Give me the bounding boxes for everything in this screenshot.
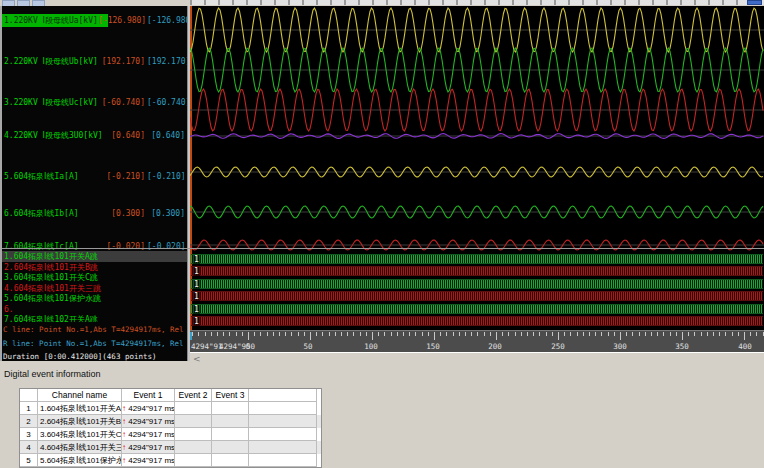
ruler-tick — [608, 332, 609, 336]
ruler-tick — [589, 332, 590, 336]
r-line-status: R line: Point No.=1,Abs T=4294917ms, Rel… — [3, 339, 187, 348]
table-header-event3: Event 3 — [212, 389, 249, 402]
event-table-row[interactable]: 22.604拓泉Ⅰ线101开关B跳↑ 4294"917 ms — [20, 415, 321, 428]
ruler-tick — [409, 332, 410, 336]
channel-value-c: [-126.980] — [98, 14, 145, 27]
ruler-tick — [353, 332, 354, 336]
ruler-tick — [521, 332, 522, 336]
ruler-tick — [397, 332, 398, 336]
ruler-tick — [341, 332, 342, 336]
filler-cell — [249, 415, 317, 428]
digital-state-flag: 1 — [193, 280, 200, 289]
time-ruler[interactable]: 4294"914294"950050100150200250300350400 — [190, 330, 764, 352]
digital-channel-row[interactable]: 5.604拓泉Ⅰ线101保护永跳 — [0, 293, 187, 304]
ruler-time-label: 250 — [551, 342, 565, 351]
event-channel-name: 2.604拓泉Ⅰ线101开关B跳 — [38, 415, 122, 428]
ruler-tick — [236, 332, 237, 336]
ruler-tick — [279, 332, 280, 336]
top-position-ruler[interactable] — [190, 0, 764, 5]
ruler-tick — [601, 332, 602, 336]
ruler-tick — [756, 332, 757, 336]
channel-value-r: [192.170] — [147, 55, 185, 68]
event1-cell: ↑ 4294"917 ms — [122, 402, 175, 415]
scroll-left-arrow[interactable]: < — [193, 354, 201, 364]
channel-value-c: [0.300] — [98, 207, 145, 220]
channel-value-c: [-60.740] — [98, 96, 145, 109]
digital-trace-bar: 1 — [191, 291, 763, 301]
ruler-tick — [502, 332, 503, 336]
waveform-canvas — [190, 6, 764, 252]
ruler-tick — [211, 332, 212, 336]
ruler-tick — [298, 332, 299, 336]
ruler-tick — [676, 332, 677, 336]
digital-trace-bar: 1 — [191, 266, 763, 276]
event2-cell — [175, 428, 212, 441]
event-table-row[interactable]: 55.604拓泉Ⅰ线101保护永跳↑ 4294"917 ms — [20, 454, 321, 467]
ruler-tick — [322, 332, 323, 336]
analog-channel-row[interactable]: 3.220KV Ⅰ段母线Uc[kV][-60.740][-60.740] — [0, 96, 187, 109]
ruler-tick — [595, 332, 596, 336]
event-table-row[interactable]: 11.604拓泉Ⅰ线101开关A跳↑ 4294"917 ms — [20, 402, 321, 415]
analog-channel-row[interactable]: 4.220KV Ⅰ段母线3U0[kV][0.640][0.640] — [0, 129, 187, 142]
ruler-tick — [750, 332, 751, 336]
row-number: 2 — [20, 415, 38, 428]
ruler-tick — [694, 332, 695, 336]
ruler-tick — [477, 332, 478, 336]
row-number: 4 — [20, 441, 38, 454]
event2-cell — [175, 415, 212, 428]
ruler-tick — [719, 332, 720, 336]
channel-name: 6.604拓泉Ⅰ线Ib[A] — [4, 207, 79, 220]
ruler-tick — [384, 332, 385, 336]
row-number: 1 — [20, 402, 38, 415]
ruler-tick — [192, 332, 193, 336]
event-channel-name: 1.604拓泉Ⅰ线101开关A跳 — [38, 402, 122, 415]
digital-channel-row[interactable]: 3.604拓泉Ⅰ线101开关C跳 — [0, 272, 187, 283]
ruler-tick — [639, 332, 640, 336]
scroll-position-handle[interactable] — [747, 0, 762, 5]
channel-name: 2.220KV Ⅰ段母线Ub[kV] — [4, 55, 98, 68]
ruler-tick — [546, 332, 547, 336]
event-table-row[interactable]: 44.604拓泉Ⅰ线101开关三跳↑ 4294"917 ms — [20, 441, 321, 454]
analog-channel-row[interactable]: 2.220KV Ⅰ段母线Ub[kV][192.170][192.170] — [0, 55, 187, 68]
digital-state-flag: 1 — [193, 267, 200, 276]
ruler-tick — [316, 332, 317, 336]
ruler-time-label: 400 — [738, 342, 752, 351]
channel-list-panel: 1.604拓泉Ⅰ线101开关A跳2.604拓泉Ⅰ线101开关B跳3.604拓泉Ⅰ… — [0, 6, 187, 361]
ruler-tick — [670, 332, 671, 336]
event-table-row[interactable]: 33.604拓泉Ⅰ线101开关C跳↑ 4294"917 ms — [20, 428, 321, 441]
filler-cell — [249, 441, 317, 454]
ruler-tick — [744, 332, 745, 340]
analog-channel-row[interactable]: 1.220KV Ⅰ段母线Ua[kV][-126.980][-126.980] — [0, 14, 187, 27]
analog-channel-row[interactable]: 7.604拓泉Ⅰ线Ic[A][-0.020][-0.020] — [0, 240, 187, 253]
ruler-time-label: 150 — [426, 342, 440, 351]
event2-cell — [175, 454, 212, 467]
filler-cell — [249, 454, 317, 467]
ruler-tick — [440, 332, 441, 336]
ruler-tick — [229, 332, 230, 336]
ruler-abs-time-label: 4294"91 — [191, 342, 223, 351]
ruler-tick — [471, 332, 472, 336]
ruler-time-label: 200 — [488, 342, 502, 351]
rising-edge-icon: ↑ — [122, 443, 126, 452]
rising-edge-icon: ↑ — [122, 404, 126, 413]
ruler-tick — [415, 332, 416, 336]
channel-value-r: [0.640] — [147, 129, 185, 142]
ruler-tick — [558, 332, 559, 340]
ruler-tick — [372, 332, 373, 340]
row-number: 5 — [20, 454, 38, 467]
analog-channel-row[interactable]: 5.604拓泉Ⅰ线Ia[A][-0.210][-0.210] — [0, 170, 187, 183]
ruler-tick — [267, 332, 268, 336]
analog-channel-row[interactable]: 6.604拓泉Ⅰ线Ib[A][0.300][0.300] — [0, 207, 187, 220]
ruler-tick — [198, 332, 199, 336]
waveform-plot-area[interactable]: 111111 4294"914294"950050100150200250300… — [190, 6, 764, 366]
ruler-tick — [763, 332, 764, 336]
ruler-tick — [329, 332, 330, 336]
ruler-tick — [496, 332, 497, 340]
window-edge — [0, 6, 2, 361]
channel-value-r: [-126.980] — [147, 14, 185, 27]
ruler-tick — [422, 332, 423, 336]
event1-cell: ↑ 4294"917 ms — [122, 415, 175, 428]
horizontal-scrollbar[interactable]: < — [190, 352, 764, 366]
ruler-tick — [254, 332, 255, 336]
ruler-tick — [713, 332, 714, 336]
